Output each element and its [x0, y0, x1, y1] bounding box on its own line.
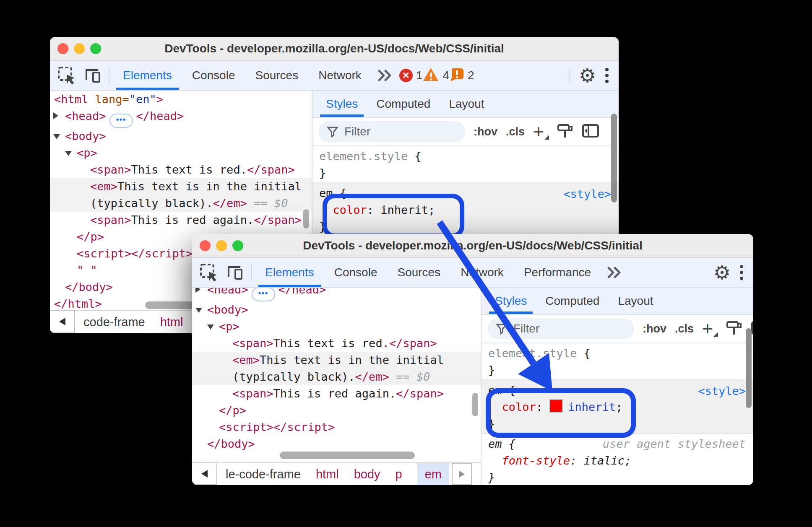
breadcrumb-item-code-frame[interactable]: code-frame: [83, 315, 145, 329]
class-toggle[interactable]: .cls: [506, 125, 525, 138]
color-swatch[interactable]: [549, 399, 563, 413]
style-declaration-line[interactable]: color: inherit;: [488, 399, 747, 415]
breadcrumb-item-body[interactable]: body: [354, 467, 380, 481]
style-rule-section[interactable]: element.style {}: [481, 343, 753, 380]
paint-roller-icon[interactable]: [726, 319, 742, 338]
tab-performance[interactable]: Performance: [514, 258, 601, 287]
settings-gear-icon[interactable]: ⚙: [579, 66, 596, 85]
dom-row[interactable]: </body>: [192, 436, 481, 452]
zoom-button[interactable]: [232, 240, 243, 251]
error-badge[interactable]: ✕ 1: [399, 61, 423, 90]
breadcrumb-forward-button[interactable]: [452, 463, 472, 485]
collapse-arrow-icon[interactable]: [207, 325, 214, 330]
breadcrumb-back-button[interactable]: [50, 310, 75, 333]
device-toolbar-icon[interactable]: [224, 262, 246, 283]
filter-input[interactable]: Filter: [487, 318, 634, 339]
tab-console[interactable]: Console: [324, 258, 388, 287]
dom-row[interactable]: <body>: [192, 301, 481, 318]
style-declaration-line[interactable]: font-style: italic;: [488, 452, 747, 469]
breadcrumb-item-em[interactable]: em: [417, 463, 449, 485]
style-declaration-line[interactable]: element.style {: [488, 345, 747, 362]
style-rule-section[interactable]: user agent stylesheetem { font-style: it…: [481, 434, 753, 485]
tab-network[interactable]: Network: [450, 258, 514, 287]
title-bar[interactable]: DevTools - developer.mozilla.org/en-US/d…: [192, 234, 753, 258]
style-declaration-line[interactable]: element.style {: [319, 148, 612, 165]
title-bar[interactable]: DevTools - developer.mozilla.org/en-US/d…: [50, 37, 619, 61]
vertical-scrollbar[interactable]: [746, 328, 752, 408]
dom-row[interactable]: <p>: [192, 318, 481, 335]
kebab-menu-icon[interactable]: [603, 68, 611, 83]
style-declaration-line[interactable]: }: [319, 218, 612, 235]
tab-console[interactable]: Console: [182, 61, 245, 90]
toggle-sidebar-icon[interactable]: [582, 123, 599, 140]
tab-styles[interactable]: Styles: [486, 288, 536, 314]
inspect-element-icon[interactable]: [56, 65, 78, 86]
more-tabs-icon[interactable]: [372, 61, 399, 90]
dom-row[interactable]: <span>This is red again.</span>: [50, 212, 312, 228]
breadcrumb-back-button[interactable]: [192, 462, 217, 485]
dom-row[interactable]: <span>This is red again.</span>: [192, 385, 481, 402]
new-style-rule-icon[interactable]: +: [702, 322, 717, 335]
breadcrumb-item-p[interactable]: p: [396, 467, 402, 481]
zoom-button[interactable]: [90, 43, 101, 54]
tab-layout[interactable]: Layout: [609, 288, 662, 314]
dom-row[interactable]: <em>This text is in the initial: [192, 352, 481, 369]
tab-sources[interactable]: Sources: [245, 61, 308, 90]
dom-row[interactable]: <span>This text is red.</span>: [192, 335, 481, 352]
dom-row[interactable]: <head>•••</head>: [50, 108, 312, 128]
vertical-scrollbar[interactable]: [472, 393, 478, 416]
tab-elements[interactable]: Elements: [255, 258, 324, 287]
more-tabs-icon[interactable]: [601, 258, 629, 287]
style-declaration-line[interactable]: }: [488, 469, 747, 485]
filter-input[interactable]: Filter: [318, 121, 465, 142]
stylesheet-source-link[interactable]: <style>: [563, 186, 611, 202]
tab-computed[interactable]: Computed: [536, 288, 609, 314]
dom-row[interactable]: <body>: [50, 128, 312, 145]
stylesheet-source-link[interactable]: <style>: [698, 383, 746, 400]
style-declaration-line[interactable]: }: [319, 165, 612, 182]
collapse-arrow-icon[interactable]: [65, 151, 72, 156]
pseudo-state-toggle[interactable]: :hov: [474, 125, 497, 138]
breadcrumb-item-html[interactable]: html: [160, 315, 183, 329]
style-declaration-line[interactable]: color: inherit;: [319, 202, 612, 218]
style-rule-section[interactable]: element.style {}: [312, 146, 619, 183]
dom-row[interactable]: <head>•••</head>: [192, 288, 481, 301]
close-button[interactable]: [200, 240, 211, 251]
tab-sources[interactable]: Sources: [387, 258, 450, 287]
tab-styles[interactable]: Styles: [317, 91, 367, 117]
minimize-button[interactable]: [216, 240, 227, 251]
device-toolbar-icon[interactable]: [82, 65, 104, 86]
new-style-rule-icon[interactable]: +: [533, 125, 548, 138]
dom-row[interactable]: </p>: [192, 402, 481, 419]
tab-layout[interactable]: Layout: [440, 91, 493, 117]
class-toggle[interactable]: .cls: [675, 322, 694, 335]
dom-row[interactable]: <p>: [50, 145, 312, 161]
dom-row[interactable]: <em>This text is in the initial: [50, 178, 312, 195]
dom-row[interactable]: <script></script>: [192, 419, 481, 436]
breadcrumb-item-le-code-frame[interactable]: le-code-frame: [226, 467, 301, 481]
collapse-arrow-icon[interactable]: [195, 308, 202, 313]
horizontal-scrollbar[interactable]: [280, 452, 415, 459]
issues-badge[interactable]: 2: [449, 61, 474, 90]
tab-network[interactable]: Network: [308, 61, 372, 90]
dom-row[interactable]: (typically black).</em> == $0: [50, 195, 312, 212]
expand-arrow-icon[interactable]: [53, 112, 58, 119]
inspect-element-icon[interactable]: [198, 262, 220, 283]
breadcrumb-item-html[interactable]: html: [316, 467, 339, 481]
expand-arrow-icon[interactable]: [195, 288, 200, 293]
dom-row[interactable]: (typically black).</em> == $0: [192, 369, 481, 385]
dom-row[interactable]: <html lang="en">: [50, 91, 312, 108]
style-declaration-line[interactable]: }: [488, 362, 747, 379]
expand-ellipsis-icon[interactable]: •••: [109, 114, 133, 128]
paint-roller-icon[interactable]: [557, 122, 573, 141]
style-declaration-line[interactable]: }: [488, 415, 747, 432]
expand-ellipsis-icon[interactable]: •••: [252, 288, 275, 301]
close-button[interactable]: [57, 43, 68, 54]
pseudo-state-toggle[interactable]: :hov: [643, 322, 666, 335]
dom-row[interactable]: <span>This text is red.</span>: [50, 161, 312, 178]
tab-elements[interactable]: Elements: [113, 61, 182, 90]
tab-computed[interactable]: Computed: [367, 91, 440, 117]
minimize-button[interactable]: [74, 43, 85, 54]
vertical-scrollbar[interactable]: [611, 114, 617, 202]
style-rule-section[interactable]: <style>em { color: inherit;}: [481, 380, 753, 434]
